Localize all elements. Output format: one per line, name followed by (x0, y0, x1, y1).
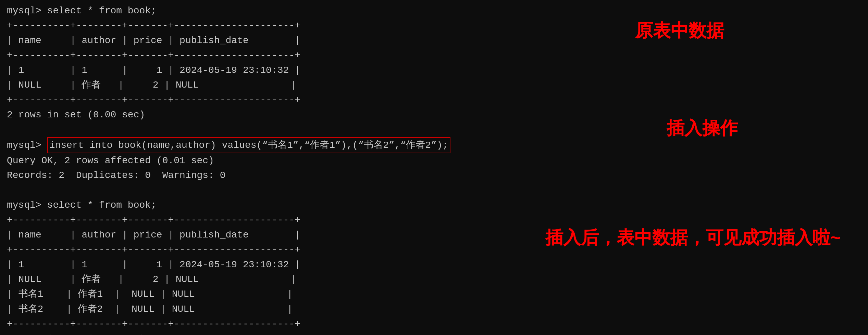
table2-bot: +----------+--------+-------+-----------… (7, 317, 861, 331)
insert-command: insert into book(name,author) values(“书名… (47, 137, 450, 153)
result-2: 4 rows in set (0.00 sec) (7, 332, 861, 335)
records-line: Records: 2 Duplicates: 0 Warnings: 0 (7, 168, 861, 183)
blank-2 (7, 183, 861, 198)
terminal-output: mysql> select * from book; +----------+-… (0, 0, 868, 335)
table2-row3: | 书名1 | 作者1 | NULL | NULL | (7, 287, 861, 301)
table2-row4: | 书名2 | 作者2 | NULL | NULL | (7, 302, 861, 317)
cmd-select-2: mysql> select * from book; (7, 198, 861, 212)
table1-sep: +----------+--------+-------+-----------… (7, 48, 861, 63)
query-ok: Query OK, 2 rows affected (0.01 sec) (7, 153, 861, 168)
table2-top: +----------+--------+-------+-----------… (7, 212, 861, 227)
table1-header: | name | author | price | publish_date | (7, 33, 861, 48)
annotation-success: 插入后，表中数据，可见成功插入啦~ (545, 226, 841, 250)
annotation-yuan: 原表中数据 (635, 19, 724, 43)
table2-row1: | 1 | 1 | 1 | 2024-05-19 23:10:32 | (7, 257, 861, 272)
table1-bot: +----------+--------+-------+-----------… (7, 92, 861, 107)
cmd-select-1: mysql> select * from book; (7, 3, 861, 18)
table1-row1: | 1 | 1 | 1 | 2024-05-19 23:10:32 | (7, 63, 861, 78)
table2-row2: | NULL | 作者 | 2 | NULL | (7, 272, 861, 287)
annotation-insert: 插入操作 (667, 116, 738, 140)
table1-top: +----------+--------+-------+-----------… (7, 18, 861, 33)
table1-row2: | NULL | 作者 | 2 | NULL | (7, 78, 861, 92)
